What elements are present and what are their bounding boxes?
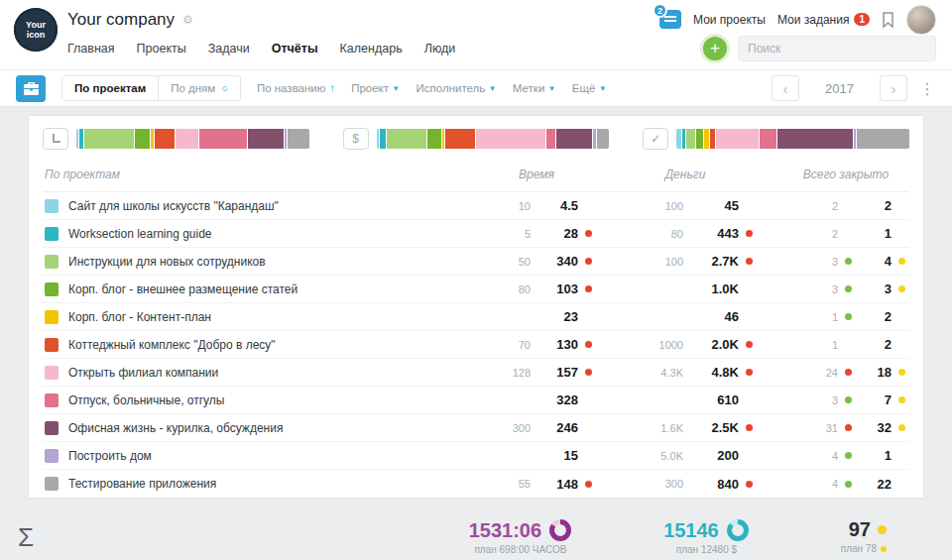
bar-segment[interactable] xyxy=(377,129,379,149)
project-link[interactable]: Построить дом xyxy=(68,449,473,463)
project-color-swatch xyxy=(45,421,59,435)
table-row[interactable]: Построить дом155.0K20041 xyxy=(43,442,909,470)
bar-segment[interactable] xyxy=(199,129,247,149)
project-link[interactable]: Инструкции для новых сотрудников xyxy=(68,255,473,269)
bar-segment[interactable] xyxy=(76,129,78,149)
project-link[interactable]: Корп. блог - внешнее размещение статей xyxy=(68,282,473,296)
bar-segment[interactable] xyxy=(593,129,596,149)
bar-segment[interactable] xyxy=(427,129,442,149)
money-fact: 840 xyxy=(683,477,739,492)
bar-segment[interactable] xyxy=(777,129,854,149)
tab-home[interactable]: Главная xyxy=(67,42,115,56)
table-row[interactable]: Worksection learning guide5288044321 xyxy=(43,220,909,248)
filter-project[interactable]: Проект▾ xyxy=(351,82,398,94)
bar-segment[interactable] xyxy=(760,129,776,149)
filter-more[interactable]: Ещё▾ xyxy=(572,82,605,94)
money-fact: 2.0K xyxy=(683,337,739,352)
more-menu-icon[interactable]: ⋮ xyxy=(919,79,936,98)
bar-segment[interactable] xyxy=(155,129,174,149)
project-link[interactable]: Сайт для школы искусств "Карандаш" xyxy=(68,199,473,213)
my-tasks-link[interactable]: Мои задания xyxy=(777,13,850,27)
table-row[interactable]: Тестирование приложения55148300840422 xyxy=(43,470,909,498)
my-projects-link[interactable]: Мои проекты xyxy=(693,13,766,27)
money-plan: 1000 xyxy=(640,339,683,351)
view-by-projects-tab[interactable]: По проектам xyxy=(62,76,158,100)
bar-segment[interactable] xyxy=(710,129,715,149)
add-button[interactable]: + xyxy=(703,37,727,60)
project-link[interactable]: Тестирование приложения xyxy=(68,477,473,491)
bar-segment[interactable] xyxy=(151,129,154,149)
table-row[interactable]: Отпуск, больничные, отгулы32861037 xyxy=(43,387,909,414)
table-row[interactable]: Корп. блог - внешнее размещение статей80… xyxy=(43,276,909,303)
filter-tags[interactable]: Метки▾ xyxy=(513,82,554,94)
bookmark-icon[interactable] xyxy=(882,12,894,28)
bar-segment[interactable] xyxy=(248,129,284,149)
bar-segment[interactable] xyxy=(288,129,309,149)
bar-segment[interactable] xyxy=(704,129,709,149)
project-link[interactable]: Открыть филиал компании xyxy=(68,366,473,380)
bar-segment[interactable] xyxy=(445,129,474,149)
yellow-status-dot xyxy=(878,525,887,534)
bar-segment[interactable] xyxy=(682,129,684,149)
avatar[interactable] xyxy=(906,5,936,35)
tab-people[interactable]: Люди xyxy=(424,42,456,56)
bar-segment[interactable] xyxy=(387,129,425,149)
bar-segment[interactable] xyxy=(176,129,198,149)
table-row[interactable]: Коттеджный комплекс "Добро в лесу"701301… xyxy=(43,331,909,359)
table-row[interactable]: Офисная жизнь - курилка, обсуждения30024… xyxy=(43,414,909,442)
bar-segment[interactable] xyxy=(716,129,759,149)
tab-reports[interactable]: Отчёты xyxy=(272,42,318,56)
table-row[interactable]: Корп. блог - Контент-план234612 xyxy=(43,303,909,331)
bar-segment[interactable] xyxy=(676,129,681,149)
bar-segment[interactable] xyxy=(597,129,609,149)
tab-tasks[interactable]: Задачи xyxy=(208,42,250,56)
status-dot-red xyxy=(739,424,753,431)
bar-segment[interactable] xyxy=(686,129,696,149)
bar-segment[interactable] xyxy=(442,129,444,149)
tab-calendar[interactable]: Календарь xyxy=(340,42,403,56)
status-dot-red xyxy=(838,424,852,431)
filter-assignee[interactable]: Исполнитель▾ xyxy=(416,82,495,94)
table-title: По проектам xyxy=(45,168,473,181)
tab-projects[interactable]: Проекты xyxy=(137,42,186,56)
project-link[interactable]: Коттеджный комплекс "Добро в лесу" xyxy=(68,338,473,352)
closed-fact: 32 xyxy=(852,420,892,435)
project-link[interactable]: Отпуск, больничные, отгулы xyxy=(68,393,473,407)
prev-year-button[interactable]: ‹ xyxy=(772,75,799,101)
bar-segment[interactable] xyxy=(79,129,83,149)
bar-segment[interactable] xyxy=(696,129,703,149)
filter-label: Метки xyxy=(513,82,544,94)
sort-control[interactable]: По названию ↑ xyxy=(257,82,335,94)
view-by-days-tab[interactable]: По дням ○ xyxy=(158,76,240,100)
closed-cells: 22 xyxy=(786,198,905,213)
projects-view-button[interactable] xyxy=(16,75,46,102)
notifications-badge: 2 xyxy=(653,3,667,18)
bar-segment[interactable] xyxy=(135,129,150,149)
bar-segment[interactable] xyxy=(556,129,593,149)
bar-segment[interactable] xyxy=(854,129,856,149)
project-link[interactable]: Офисная жизнь - курилка, обсуждения xyxy=(68,421,473,435)
bar-segment[interactable] xyxy=(857,129,909,149)
project-color-swatch xyxy=(45,449,59,463)
table-row[interactable]: Инструкции для новых сотрудников50340100… xyxy=(43,248,909,276)
bar-segment[interactable] xyxy=(285,129,287,149)
company-logo-icon[interactable]: Your icon xyxy=(14,8,58,52)
table-row[interactable]: Открыть филиал компании1281574.3K4.8K241… xyxy=(43,359,909,387)
notifications-icon[interactable]: 2 xyxy=(659,10,681,29)
next-year-button[interactable]: › xyxy=(880,75,907,101)
closed-cells: 2418 xyxy=(786,365,905,380)
footer: Σ 1531:06 план 698:00 ЧАСОВ 15146 план 1… xyxy=(0,513,952,560)
table-row[interactable]: Сайт для школы искусств "Карандаш"104.51… xyxy=(43,192,909,220)
search-input[interactable] xyxy=(738,36,936,61)
bar-segment[interactable] xyxy=(546,129,555,149)
project-link[interactable]: Worksection learning guide xyxy=(68,227,473,241)
company-settings-gear-icon[interactable]: ⚙ xyxy=(182,13,193,27)
bar-segment[interactable] xyxy=(476,129,545,149)
header: Your icon Your company ⚙ 2 Мои проекты М… xyxy=(0,0,952,70)
project-link[interactable]: Корп. блог - Контент-план xyxy=(68,310,473,324)
time-plan: 128 xyxy=(497,367,531,379)
bar-segment[interactable] xyxy=(84,129,134,149)
bar-segment[interactable] xyxy=(380,129,386,149)
project-color-swatch xyxy=(45,338,59,352)
money-fact: 45 xyxy=(683,198,739,213)
